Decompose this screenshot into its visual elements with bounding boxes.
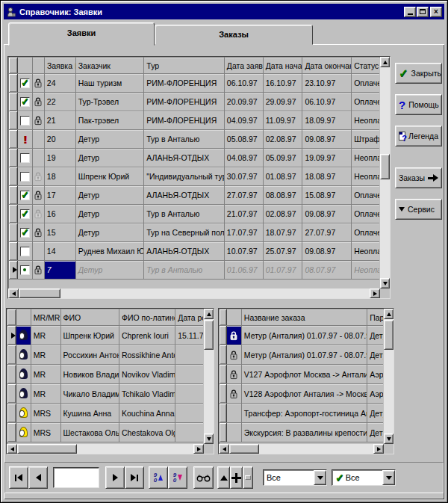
header-start-date[interactable]: Дата начала bbox=[264, 58, 303, 73]
search-button[interactable] bbox=[193, 466, 214, 489]
last-record-button[interactable] bbox=[125, 466, 144, 489]
current-row-indicator[interactable] bbox=[9, 261, 18, 279]
paid-checkbox[interactable]: ✓ bbox=[18, 74, 33, 92]
request-row[interactable]: ✓ 17 Детур АЛАНЬЯ-ОТДЫХ 27.07.97 08.08.9… bbox=[9, 186, 379, 205]
tourist-row[interactable]: MRS Шестакова Ольга Chestakova Olga bbox=[7, 423, 203, 442]
tourist-row[interactable]: MR Новиков Владимир Novikov Vladimir bbox=[7, 365, 203, 384]
scroll-up-button[interactable] bbox=[384, 309, 393, 319]
scroll-right-button[interactable] bbox=[193, 444, 204, 454]
requests-horizontal-scrollbar[interactable] bbox=[8, 288, 380, 298]
sort-descending-button[interactable]: 90 bbox=[168, 466, 187, 489]
row-selector[interactable] bbox=[7, 365, 16, 383]
orders-button[interactable]: Заказы bbox=[395, 167, 442, 188]
minimize-button[interactable] bbox=[404, 7, 416, 17]
request-row[interactable]: 21 Пак-трэвел РИМ-ФЛОРЕНЦИЯ 04.09.97 11.… bbox=[9, 111, 379, 130]
request-row[interactable]: 14 Руднев Михаил Юрьевич АЛАНЬЯ-ОТДЫХ 10… bbox=[9, 242, 379, 261]
request-row[interactable]: ✓ 22 Тур-Трэвел РИМ-ФЛОРЕНЦИЯ 20.09.97 2… bbox=[9, 93, 379, 111]
close-window-button[interactable]: × bbox=[430, 7, 442, 17]
order-row[interactable]: Трансфер: Аэропорт-гостиница Анталия 01.… bbox=[220, 404, 383, 423]
paid-checkbox[interactable]: ✓ bbox=[18, 93, 33, 111]
paid-checkbox[interactable] bbox=[18, 242, 33, 260]
scroll-thumb[interactable] bbox=[204, 320, 214, 350]
row-selector[interactable] bbox=[220, 404, 227, 422]
header-order-name[interactable]: Название заказа bbox=[242, 309, 367, 325]
row-selector[interactable] bbox=[9, 111, 18, 129]
paid-checkbox[interactable] bbox=[18, 167, 33, 185]
orders-vertical-scrollbar[interactable] bbox=[384, 309, 393, 444]
scroll-thumb[interactable] bbox=[384, 320, 393, 350]
previous-record-button[interactable] bbox=[28, 466, 48, 489]
service-button[interactable]: Сервис bbox=[395, 199, 442, 220]
tourist-row[interactable]: MR Чикало Владимир Tchikalo Vladimir bbox=[7, 384, 203, 404]
row-selector[interactable] bbox=[220, 384, 227, 403]
request-row-current[interactable]: 7 Детур Тур в Анталью 01.06.97 01.07.97 … bbox=[9, 261, 379, 280]
scroll-thumb[interactable] bbox=[17, 444, 77, 454]
scroll-down-button[interactable] bbox=[380, 278, 390, 288]
tourist-row[interactable]: MR Россихин Антон Rossikhine Anton bbox=[7, 345, 203, 365]
scroll-left-button[interactable] bbox=[7, 444, 17, 454]
row-selector[interactable] bbox=[220, 365, 227, 383]
sort-ascending-button[interactable]: 90 bbox=[149, 466, 168, 489]
request-row[interactable]: ✓ 15 Детур Тур на Северный полюс 17.07.9… bbox=[9, 223, 379, 242]
scroll-left-button[interactable] bbox=[8, 288, 19, 298]
scroll-thumb[interactable] bbox=[19, 288, 60, 298]
request-row[interactable]: 19 Детур АЛАНЬЯ-ОТДЫХ 04.08.97 05.09.97 … bbox=[9, 149, 379, 167]
row-selector[interactable] bbox=[7, 384, 16, 403]
paid-checkbox[interactable] bbox=[18, 149, 33, 167]
scroll-right-button[interactable] bbox=[373, 444, 384, 454]
tab-orders[interactable]: Заказы bbox=[155, 25, 313, 45]
tourist-row-current[interactable]: MR Шпренк Юрий Chprenk Iouri 15.11.71 bbox=[7, 326, 203, 345]
request-row[interactable]: 18 Шпренк Юрий "Индивидуальный туризм 30… bbox=[9, 167, 379, 186]
collapse-button[interactable] bbox=[217, 466, 230, 489]
row-selector[interactable] bbox=[7, 423, 16, 442]
first-record-button[interactable] bbox=[9, 466, 28, 489]
scroll-up-button[interactable] bbox=[204, 309, 214, 319]
tourist-row[interactable]: MRS Кушина Анна Kouchina Anna bbox=[7, 404, 203, 423]
header-birth-date[interactable]: Дата ро bbox=[175, 309, 203, 325]
row-selector[interactable] bbox=[220, 423, 227, 442]
header-fio[interactable]: ФИО bbox=[61, 309, 119, 325]
legend-button[interactable]: ? Легенда bbox=[395, 126, 442, 146]
tourists-horizontal-scrollbar[interactable] bbox=[7, 444, 204, 454]
order-row[interactable]: V127 Аэрофлот Москва -> Анталия 01.07.97… bbox=[220, 365, 383, 384]
help-button[interactable]: ? Помощь bbox=[395, 94, 442, 115]
order-row-current[interactable]: Метур (Анталия) 01.07.97 - 08.07.97 Дету… bbox=[220, 326, 383, 345]
dropdown-button[interactable] bbox=[382, 470, 395, 485]
request-row[interactable]: ! 20 Детур Тур в Анталью 05.08.97 02.08.… bbox=[9, 130, 379, 149]
request-row[interactable]: ✓ 24 Наш туризм РИМ-ФЛОРЕНЦИЯ 06.10.97 1… bbox=[9, 74, 379, 93]
header-partner[interactable]: Пар bbox=[367, 309, 383, 325]
tourists-vertical-scrollbar[interactable] bbox=[204, 309, 214, 444]
requests-vertical-scrollbar[interactable] bbox=[380, 57, 390, 288]
header-mr-mrs[interactable]: MR/MRS bbox=[31, 309, 61, 325]
paid-checkbox[interactable] bbox=[18, 261, 33, 279]
row-selector[interactable] bbox=[9, 167, 18, 185]
cell-number-selected[interactable]: 7 bbox=[45, 261, 76, 279]
header-fio-latin[interactable]: ФИО по-латински bbox=[119, 309, 175, 325]
add-record-button[interactable] bbox=[230, 466, 243, 489]
scroll-down-button[interactable] bbox=[384, 433, 393, 444]
current-row-indicator[interactable] bbox=[7, 326, 16, 345]
maximize-button[interactable] bbox=[417, 7, 429, 17]
row-selector[interactable] bbox=[7, 404, 16, 422]
paid-checkbox[interactable]: ✓ bbox=[18, 223, 33, 241]
header-customer[interactable]: Заказчик bbox=[76, 58, 145, 73]
order-row[interactable]: Метур (Анталия) 01.07.97 - 08.07.97 Дету… bbox=[220, 345, 383, 365]
row-selector[interactable] bbox=[9, 130, 18, 148]
row-selector[interactable] bbox=[9, 223, 18, 241]
scroll-up-button[interactable] bbox=[380, 57, 390, 67]
header-end-date[interactable]: Дата окончания bbox=[302, 58, 352, 73]
scroll-left-button[interactable] bbox=[219, 444, 229, 454]
row-selector[interactable] bbox=[220, 326, 227, 345]
row-selector[interactable] bbox=[9, 149, 18, 167]
header-number[interactable]: Заявка № bbox=[45, 58, 76, 73]
paid-checkbox[interactable]: ✓ bbox=[18, 205, 33, 223]
order-row[interactable]: Экскурсия: В развалины крепости Анталия … bbox=[220, 423, 383, 442]
close-button[interactable]: ✓ Закрыть bbox=[395, 63, 442, 84]
scroll-thumb[interactable] bbox=[380, 154, 390, 179]
next-record-button[interactable] bbox=[105, 466, 125, 489]
row-selector[interactable] bbox=[9, 186, 18, 204]
header-tour[interactable]: Тур bbox=[144, 58, 225, 73]
row-selector[interactable] bbox=[9, 205, 18, 223]
paid-checkbox[interactable]: ✓ bbox=[18, 186, 33, 204]
filter-dropdown[interactable]: Все bbox=[263, 469, 327, 486]
